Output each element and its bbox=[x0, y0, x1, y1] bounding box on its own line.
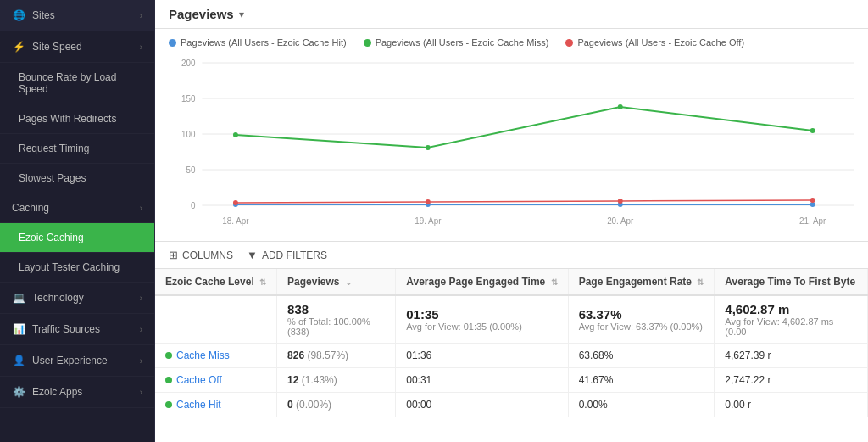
col-cache-level[interactable]: Ezoic Cache Level ⇅ bbox=[155, 269, 277, 295]
sidebar-icon-technology: 💻 bbox=[12, 291, 25, 305]
chevron-icon-caching: › bbox=[140, 204, 142, 213]
cell-cache-level-cache-off: Cache Off bbox=[155, 368, 277, 393]
totals-pageviews: 838 % of Total: 100.00% (838) bbox=[277, 295, 396, 344]
chevron-icon-site-speed: › bbox=[140, 42, 142, 52]
cell-ttfb-cache-hit: 0.00 r bbox=[715, 393, 868, 417]
totals-engagement-rate: 63.37% Avg for View: 63.37% (0.00%) bbox=[568, 295, 715, 344]
sort-icon-pageviews: ⌄ bbox=[345, 277, 352, 287]
sidebar-label-caching: Caching bbox=[12, 202, 49, 214]
cell-engaged-time-cache-hit: 00:00 bbox=[396, 393, 568, 417]
col-engaged-time[interactable]: Average Page Engaged Time ⇅ bbox=[396, 269, 568, 295]
svg-point-24 bbox=[618, 199, 623, 204]
status-dot-cache-miss bbox=[165, 352, 172, 359]
sidebar-item-slowest-pages[interactable]: Slowest Pages bbox=[0, 164, 154, 193]
totals-ttfb: 4,602.87 m Avg for View: 4,602.87 ms (0.… bbox=[715, 295, 868, 344]
columns-button[interactable]: ⊞ COLUMNS bbox=[169, 249, 233, 261]
title-dropdown-icon[interactable]: ▾ bbox=[239, 8, 244, 20]
sidebar-item-traffic-sources[interactable]: 📊Traffic Sources› bbox=[0, 314, 154, 345]
pageviews-chart: 200 150 100 50 0 18. Apr 19. Apr 20. Apr… bbox=[169, 54, 854, 232]
chevron-icon-technology: › bbox=[140, 294, 142, 303]
cell-pageviews-cache-off: 12 (1.43%) bbox=[277, 368, 396, 393]
sidebar-item-ezoic-caching[interactable]: Ezoic Caching bbox=[0, 223, 154, 253]
chevron-icon-user-experience: › bbox=[140, 356, 142, 366]
cell-engaged-time-cache-miss: 01:36 bbox=[396, 344, 568, 368]
status-dot-cache-off bbox=[165, 377, 172, 383]
svg-text:20. Apr: 20. Apr bbox=[607, 216, 634, 226]
sidebar-item-technology[interactable]: 💻Technology› bbox=[0, 283, 154, 314]
cell-pageviews-cache-miss: 826 (98.57%) bbox=[277, 344, 396, 368]
legend-item-cache-miss: Pageviews (All Users - Ezoic Cache Miss) bbox=[364, 37, 549, 48]
svg-text:150: 150 bbox=[181, 94, 196, 104]
data-table-wrapper: Ezoic Cache Level ⇅ Pageviews ⌄ Average … bbox=[155, 269, 868, 442]
sidebar-item-redirects[interactable]: Pages With Redirects bbox=[0, 104, 154, 134]
data-table: Ezoic Cache Level ⇅ Pageviews ⌄ Average … bbox=[155, 269, 868, 417]
table-header: Ezoic Cache Level ⇅ Pageviews ⌄ Average … bbox=[155, 269, 868, 295]
sort-icon-cache-level: ⇅ bbox=[259, 277, 266, 287]
svg-text:100: 100 bbox=[181, 130, 196, 139]
sidebar-item-caching[interactable]: Caching› bbox=[0, 193, 154, 223]
chart-svg-wrapper: 200 150 100 50 0 18. Apr 19. Apr 20. Apr… bbox=[169, 54, 854, 232]
sidebar-item-layout-tester[interactable]: Layout Tester Caching bbox=[0, 253, 154, 283]
status-dot-cache-hit bbox=[165, 401, 172, 408]
cell-engagement-rate-cache-miss: 63.68% bbox=[568, 344, 715, 368]
sidebar-label-user-experience: User Experience bbox=[32, 355, 108, 366]
svg-point-14 bbox=[233, 132, 238, 137]
table-body: 838 % of Total: 100.00% (838) 01:35 Avg … bbox=[155, 295, 868, 417]
col-pageviews[interactable]: Pageviews ⌄ bbox=[277, 269, 396, 295]
cell-pageviews-cache-hit: 0 (0.00%) bbox=[277, 393, 396, 417]
sidebar-item-site-speed[interactable]: ⚡Site Speed› bbox=[0, 31, 154, 63]
totals-row: 838 % of Total: 100.00% (838) 01:35 Avg … bbox=[155, 295, 868, 344]
svg-point-15 bbox=[426, 145, 431, 150]
add-filters-button[interactable]: ▼ ADD FILTERS bbox=[247, 249, 327, 261]
svg-point-23 bbox=[426, 199, 431, 204]
columns-icon: ⊞ bbox=[169, 249, 178, 261]
sidebar-label-technology: Technology bbox=[32, 292, 84, 304]
sidebar-label-slowest-pages: Slowest Pages bbox=[19, 172, 86, 184]
legend-label-cache-hit: Pageviews (All Users - Ezoic Cache Hit) bbox=[181, 37, 347, 48]
col-engagement-rate[interactable]: Page Engagement Rate ⇅ bbox=[568, 269, 715, 295]
chevron-icon-ezoic-apps: › bbox=[140, 388, 142, 397]
chart-legend: Pageviews (All Users - Ezoic Cache Hit)P… bbox=[169, 37, 854, 48]
legend-dot-cache-hit bbox=[169, 39, 176, 47]
sidebar-label-ezoic-apps: Ezoic Apps bbox=[32, 386, 82, 398]
svg-text:21. Apr: 21. Apr bbox=[799, 216, 826, 226]
sidebar-label-sites: Sites bbox=[32, 9, 55, 21]
sidebar-label-ezoic-caching: Ezoic Caching bbox=[19, 232, 84, 243]
legend-item-cache-off: Pageviews (All Users - Ezoic Cache Off) bbox=[565, 37, 744, 48]
cache-level-link-cache-miss[interactable]: Cache Miss bbox=[176, 350, 230, 361]
totals-cache-level bbox=[155, 295, 277, 344]
chart-area: Pageviews (All Users - Ezoic Cache Hit)P… bbox=[155, 29, 868, 242]
legend-item-cache-hit: Pageviews (All Users - Ezoic Cache Hit) bbox=[169, 37, 347, 48]
sidebar-item-ezoic-apps[interactable]: ⚙️Ezoic Apps› bbox=[0, 377, 154, 408]
cell-ttfb-cache-miss: 4,627.39 r bbox=[715, 344, 868, 368]
sidebar-item-bounce-rate[interactable]: Bounce Rate by Load Speed bbox=[0, 63, 154, 104]
sort-icon-engaged-time: ⇅ bbox=[551, 277, 558, 287]
sidebar-label-redirects: Pages With Redirects bbox=[19, 113, 116, 125]
svg-text:18. Apr: 18. Apr bbox=[222, 216, 249, 226]
cache-level-link-cache-off[interactable]: Cache Off bbox=[176, 374, 222, 386]
sidebar: 🌐Sites›⚡Site Speed›Bounce Rate by Load S… bbox=[0, 0, 155, 442]
svg-point-25 bbox=[810, 198, 815, 203]
cell-ttfb-cache-off: 2,747.22 r bbox=[715, 368, 868, 393]
cache-level-link-cache-hit[interactable]: Cache Hit bbox=[176, 399, 221, 411]
sidebar-label-traffic-sources: Traffic Sources bbox=[32, 323, 100, 335]
svg-text:200: 200 bbox=[181, 59, 196, 68]
sidebar-item-sites[interactable]: 🌐Sites› bbox=[0, 0, 154, 31]
cell-cache-level-cache-hit: Cache Hit bbox=[155, 393, 277, 417]
table-row-cache-miss: Cache Miss826 (98.57%)01:3663.68%4,627.3… bbox=[155, 344, 868, 368]
page-title: Pageviews bbox=[169, 7, 234, 21]
sidebar-label-layout-tester: Layout Tester Caching bbox=[19, 261, 120, 273]
svg-text:50: 50 bbox=[186, 165, 196, 175]
chevron-icon-traffic-sources: › bbox=[140, 325, 142, 334]
legend-label-cache-miss: Pageviews (All Users - Ezoic Cache Miss) bbox=[376, 37, 549, 48]
sidebar-icon-traffic-sources: 📊 bbox=[12, 322, 25, 336]
chevron-icon-sites: › bbox=[140, 11, 142, 20]
sidebar-icon-site-speed: ⚡ bbox=[12, 40, 25, 53]
sort-icon-engagement-rate: ⇅ bbox=[697, 277, 704, 287]
sidebar-item-user-experience[interactable]: 👤User Experience› bbox=[0, 345, 154, 377]
sidebar-label-site-speed: Site Speed bbox=[32, 41, 82, 53]
col-ttfb[interactable]: Average Time To First Byte bbox=[715, 269, 868, 295]
legend-label-cache-off: Pageviews (All Users - Ezoic Cache Off) bbox=[577, 37, 744, 48]
sidebar-item-request-timing[interactable]: Request Timing bbox=[0, 134, 154, 164]
svg-text:0: 0 bbox=[191, 201, 196, 210]
